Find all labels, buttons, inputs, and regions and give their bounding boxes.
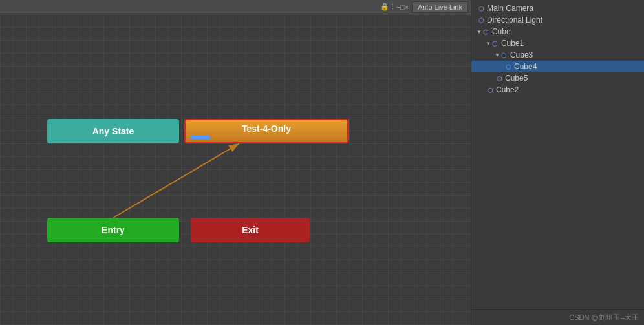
test-node-progress-bar [191, 136, 210, 139]
hierarchy-item-cube1[interactable]: ▼ ⬡ Cube1 [471, 37, 644, 49]
cube-icon-cube: ⬡ [482, 27, 491, 36]
animator-toolbar: 🔒 ⋮ − □ × Auto Live Link [0, 0, 471, 14]
maximize-icon: □ [400, 3, 405, 11]
test-node-label: Test-4-Only [242, 123, 291, 134]
arrow-svg [0, 14, 471, 325]
hierarchy-item-directional-light[interactable]: ⬡ Directional Light [471, 14, 644, 26]
expand-icon-cube1: ▼ [486, 41, 491, 47]
cube-icon-cube3: ⬡ [500, 50, 509, 59]
hierarchy-item-cube3[interactable]: ▼ ⬡ Cube3 [471, 49, 644, 61]
svg-line-1 [113, 143, 239, 218]
hierarchy-label-cube2: Cube2 [496, 85, 519, 94]
menu-icon: ⋮ [389, 3, 396, 11]
hierarchy-item-cube5[interactable]: ⬡ Cube5 [471, 72, 644, 84]
auto-live-link-button[interactable]: Auto Live Link [412, 1, 468, 13]
cube-icon-cube1: ⬡ [491, 39, 500, 48]
cube-icon-cube5: ⬡ [495, 74, 504, 83]
hierarchy-item-cube4[interactable]: ⬡ Cube4 [471, 61, 644, 72]
any-state-node[interactable]: Any State [47, 119, 179, 143]
hierarchy-item-cube[interactable]: ▼ ⬡ Cube [471, 26, 644, 37]
cube-icon-cube2: ⬡ [486, 85, 495, 94]
expand-icon-cube3: ▼ [495, 52, 500, 58]
entry-node[interactable]: Entry [47, 218, 179, 242]
expand-icon-cube: ▼ [477, 29, 482, 35]
any-state-label: Any State [92, 126, 134, 136]
hierarchy-item-cube2[interactable]: ⬡ Cube2 [471, 84, 644, 96]
cube-icon-directional-light: ⬡ [477, 16, 486, 25]
hierarchy-label-cube1: Cube1 [501, 39, 524, 48]
cube-icon-cube4: ⬡ [504, 62, 513, 71]
exit-node[interactable]: Exit [191, 218, 310, 242]
hierarchy-label-cube3: Cube3 [510, 50, 533, 59]
exit-label: Exit [242, 225, 259, 235]
close-icon: × [405, 3, 409, 11]
hierarchy-panel: ⬡ Main Camera ⬡ Directional Light ▼ ⬡ Cu… [471, 0, 644, 325]
animator-canvas[interactable]: Any State Test-4-Only Entry Exit [0, 14, 471, 325]
hierarchy-label-main-camera: Main Camera [487, 4, 533, 13]
animator-panel: 🔒 ⋮ − □ × Auto Live Link Any State Test-… [0, 0, 471, 325]
test-node[interactable]: Test-4-Only [184, 119, 349, 143]
entry-label: Entry [102, 225, 125, 235]
hierarchy-item-main-camera[interactable]: ⬡ Main Camera [471, 3, 644, 14]
watermark: CSDN @刘培玉--大王 [471, 309, 644, 325]
lock-icon: 🔒 [380, 3, 389, 11]
hierarchy-label-directional-light: Directional Light [487, 16, 542, 25]
hierarchy-label-cube: Cube [492, 27, 511, 36]
watermark-text: CSDN @刘培玉--大王 [569, 313, 639, 321]
cube-icon-main-camera: ⬡ [477, 4, 486, 13]
hierarchy-label-cube5: Cube5 [505, 74, 528, 83]
hierarchy-label-cube4: Cube4 [514, 62, 537, 71]
hierarchy-content: ⬡ Main Camera ⬡ Directional Light ▼ ⬡ Cu… [471, 0, 644, 309]
